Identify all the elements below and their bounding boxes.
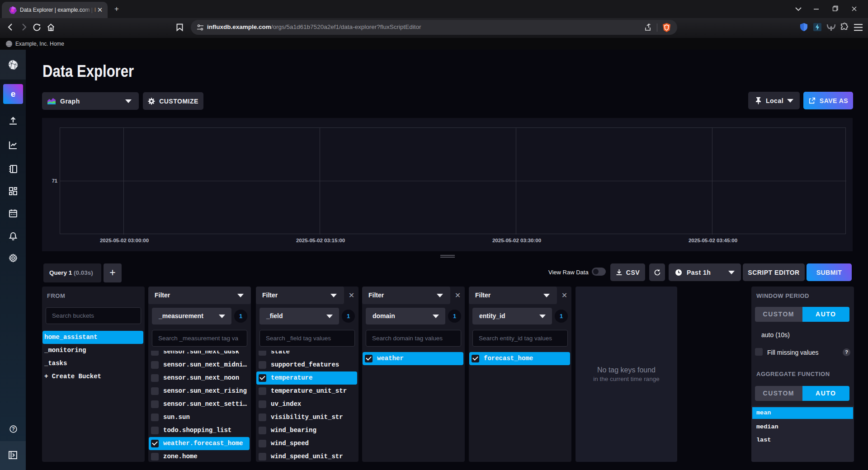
svg-text:?: ? bbox=[12, 426, 15, 432]
